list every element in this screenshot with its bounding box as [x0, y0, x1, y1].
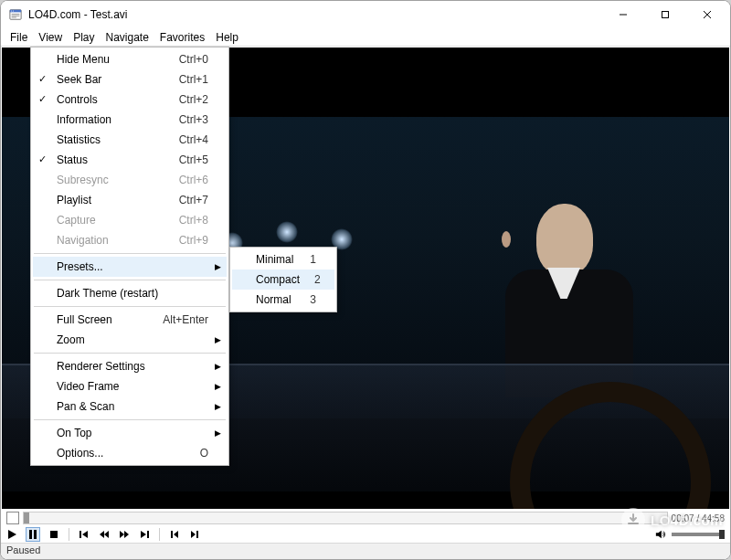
mi-capture: CaptureCtrl+8	[33, 210, 227, 230]
svg-rect-13	[34, 530, 37, 539]
pause-button[interactable]	[26, 528, 39, 541]
menu-file[interactable]: File	[5, 29, 33, 46]
svg-rect-26	[196, 531, 198, 538]
preset-compact[interactable]: Compact2	[232, 269, 334, 290]
svg-rect-15	[79, 531, 81, 538]
svg-rect-23	[171, 531, 173, 538]
preset-normal[interactable]: Normal3	[232, 290, 334, 310]
volume-slider[interactable]	[672, 533, 725, 536]
seekbar: 00:07 / 44:58	[3, 510, 728, 526]
svg-marker-16	[82, 531, 88, 538]
mi-presets[interactable]: Presets...▶	[33, 257, 227, 277]
submenu-arrow-icon: ▶	[215, 402, 221, 411]
rewind-button[interactable]	[99, 529, 110, 540]
menu-view[interactable]: View	[33, 29, 68, 46]
svg-rect-4	[12, 14, 20, 15]
window-title: LO4D.com - Test.avi	[28, 8, 127, 21]
preset-minimal[interactable]: Minimal1	[232, 249, 334, 269]
menu-navigate[interactable]: Navigate	[100, 29, 154, 46]
menu-separator	[34, 419, 226, 420]
svg-marker-21	[141, 531, 146, 538]
mi-hide-menu[interactable]: Hide MenuCtrl+0	[33, 49, 227, 69]
svg-marker-11	[8, 530, 16, 539]
svg-marker-25	[191, 531, 196, 538]
fastforward-button[interactable]	[119, 529, 130, 540]
check-icon: ✓	[38, 93, 47, 105]
mi-seek-bar[interactable]: ✓Seek BarCtrl+1	[33, 69, 227, 90]
mi-statistics[interactable]: StatisticsCtrl+4	[33, 130, 227, 150]
mi-status[interactable]: ✓StatusCtrl+5	[33, 150, 227, 170]
frame-back-button[interactable]	[169, 529, 180, 540]
svg-point-2	[11, 11, 12, 12]
svg-marker-18	[104, 531, 109, 538]
mi-pan-scan[interactable]: Pan & Scan▶	[33, 396, 227, 417]
mi-renderer-settings[interactable]: Renderer Settings▶	[33, 356, 227, 376]
app-icon	[8, 7, 23, 22]
view-menu: Hide MenuCtrl+0 ✓Seek BarCtrl+1 ✓Control…	[30, 47, 229, 466]
svg-point-3	[13, 11, 14, 12]
check-icon: ✓	[38, 153, 47, 165]
seek-track[interactable]	[23, 512, 668, 524]
menu-separator	[34, 306, 226, 307]
submenu-arrow-icon: ▶	[215, 262, 221, 271]
mi-subresync: SubresyncCtrl+6	[33, 170, 227, 190]
menubar: File View Play Navigate Favorites Help	[1, 28, 730, 47]
menu-help[interactable]: Help	[210, 29, 244, 46]
skip-back-button[interactable]	[79, 529, 90, 540]
mi-dark-theme[interactable]: Dark Theme (restart)	[33, 283, 227, 303]
download-icon	[621, 508, 645, 532]
mi-information[interactable]: InformationCtrl+3	[33, 110, 227, 130]
submenu-arrow-icon: ▶	[215, 335, 221, 344]
play-button[interactable]	[6, 529, 17, 540]
svg-marker-27	[656, 531, 662, 539]
svg-marker-17	[100, 531, 104, 538]
menu-favorites[interactable]: Favorites	[154, 29, 210, 46]
svg-rect-8	[662, 12, 669, 18]
menu-separator	[34, 353, 226, 354]
check-icon: ✓	[38, 73, 47, 85]
mi-zoom[interactable]: Zoom▶	[33, 330, 227, 350]
svg-rect-5	[12, 16, 20, 16]
presets-submenu: Minimal1 Compact2 Normal3	[229, 247, 337, 312]
submenu-arrow-icon: ▶	[215, 382, 221, 391]
mi-on-top[interactable]: On Top▶	[33, 423, 227, 443]
maximize-button[interactable]	[644, 1, 686, 28]
mi-controls[interactable]: ✓ControlsCtrl+2	[33, 90, 227, 110]
svg-marker-19	[120, 531, 124, 538]
seek-reset-icon[interactable]	[6, 512, 19, 524]
svg-marker-20	[124, 531, 129, 538]
mi-full-screen[interactable]: Full ScreenAlt+Enter	[33, 310, 227, 330]
status-text: Paused	[6, 544, 40, 555]
svg-rect-14	[50, 531, 58, 538]
minimize-button[interactable]	[602, 1, 644, 28]
svg-rect-12	[29, 530, 32, 539]
submenu-arrow-icon: ▶	[215, 428, 221, 438]
mi-options[interactable]: Options...O	[33, 443, 227, 463]
skip-forward-button[interactable]	[139, 529, 150, 540]
close-button[interactable]	[686, 1, 728, 28]
statusbar: Paused	[1, 543, 730, 559]
watermark-text: LO4D.com	[651, 512, 723, 528]
mi-playlist[interactable]: PlaylistCtrl+7	[33, 190, 227, 210]
stop-button[interactable]	[48, 529, 59, 540]
svg-rect-6	[12, 17, 16, 18]
menu-separator	[34, 280, 226, 280]
submenu-arrow-icon: ▶	[215, 362, 221, 371]
menu-separator	[34, 253, 226, 254]
frame-forward-button[interactable]	[189, 529, 200, 540]
svg-rect-22	[147, 531, 149, 538]
svg-marker-24	[174, 531, 178, 538]
menu-play[interactable]: Play	[68, 29, 100, 46]
mi-navigation: NavigationCtrl+9	[33, 230, 227, 250]
watermark: LO4D.com	[621, 508, 723, 532]
titlebar: LO4D.com - Test.avi	[1, 1, 730, 28]
mi-video-frame[interactable]: Video Frame▶	[33, 376, 227, 396]
